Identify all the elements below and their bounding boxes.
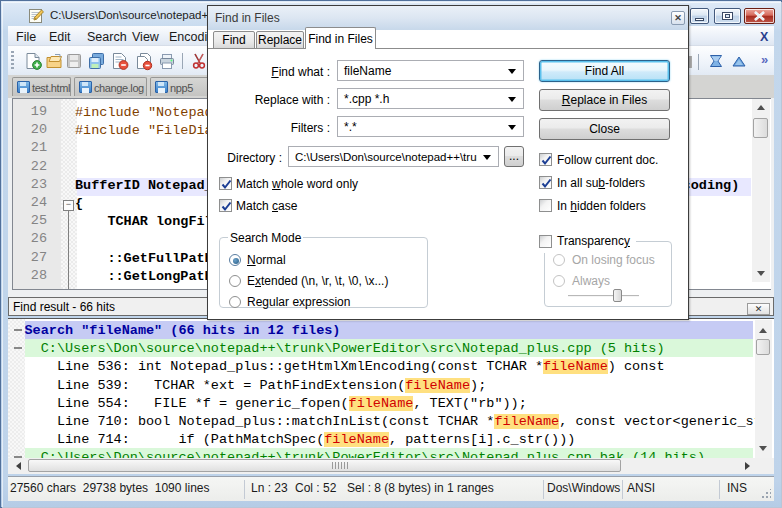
svg-text:»: »: [761, 53, 768, 67]
